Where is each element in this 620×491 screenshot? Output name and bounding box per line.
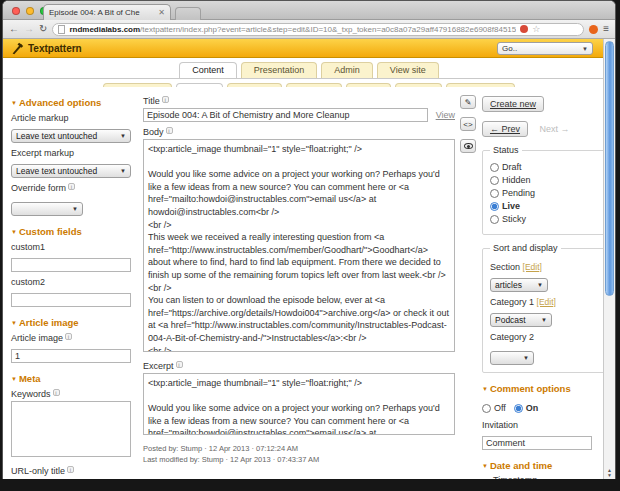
- scrollbar-thumb[interactable]: [605, 41, 614, 296]
- override-form-select[interactable]: ▼: [11, 202, 83, 216]
- tab-admin[interactable]: Admin: [321, 62, 373, 78]
- category2-select[interactable]: ▼: [490, 351, 534, 365]
- body-textarea[interactable]: <txp:article_image thumbnail="1" style="…: [143, 139, 455, 352]
- custom1-input[interactable]: [11, 258, 131, 272]
- posted-by-text: Posted by: Stump · 12 Apr 2013 · 07:12:2…: [143, 443, 455, 454]
- article-meta-info: Posted by: Stump · 12 Apr 2013 · 07:12:2…: [143, 443, 455, 466]
- url-host: rndmedialabs.com: [69, 25, 140, 34]
- browser-menu-icon[interactable]: ≡: [603, 24, 609, 34]
- txp-header: Textpattern Go.. ▼: [3, 39, 615, 58]
- status-option-hidden[interactable]: Hidden: [490, 175, 600, 185]
- twisty-icon: ▼: [11, 100, 17, 106]
- forward-icon[interactable]: →: [24, 24, 34, 34]
- section-label: Section [Edit]: [490, 262, 600, 272]
- radio-pending[interactable]: [490, 189, 499, 198]
- bookmark-star-icon[interactable]: ☆: [532, 25, 540, 34]
- back-icon[interactable]: ←: [9, 24, 19, 34]
- minimize-window-button[interactable]: [26, 7, 34, 15]
- category2-label: Category 2: [490, 332, 600, 342]
- next-button: Next →: [532, 122, 576, 136]
- help-icon[interactable]: i: [176, 361, 183, 368]
- status-option-sticky[interactable]: Sticky: [490, 214, 600, 224]
- right-sidebar: Create new ← Prev Next → Status Draft Hi…: [482, 93, 603, 479]
- status-option-live[interactable]: Live: [490, 201, 600, 211]
- radio-hidden[interactable]: [490, 176, 499, 185]
- new-tab-button[interactable]: [175, 7, 201, 20]
- help-icon[interactable]: i: [162, 96, 169, 103]
- chevron-down-icon: ▼: [120, 133, 126, 139]
- help-icon[interactable]: i: [65, 333, 72, 340]
- comment-options-heading[interactable]: ▼Comment options: [482, 383, 603, 394]
- browser-navbar: ← → ↻ rndmedialabs.com/textpattern/index…: [3, 20, 615, 39]
- excerpt-textarea[interactable]: <txp:article_image thumbnail="1" style="…: [143, 373, 455, 435]
- timestamp-legend: Timestamp: [490, 475, 540, 479]
- view-link[interactable]: View: [436, 110, 455, 120]
- invitation-label: Invitation: [482, 420, 603, 430]
- prev-button[interactable]: ← Prev: [482, 121, 528, 137]
- custom1-label: custom1: [11, 242, 131, 252]
- radio-draft[interactable]: [490, 163, 499, 172]
- txp-brand: Textpattern: [11, 42, 82, 55]
- comments-on-option[interactable]: On: [514, 403, 539, 413]
- help-icon[interactable]: i: [53, 389, 60, 396]
- advanced-options-heading[interactable]: ▼Advanced options: [11, 97, 131, 108]
- pencil-icon[interactable]: ✎: [460, 95, 476, 109]
- reload-icon[interactable]: ↻: [39, 24, 47, 34]
- custom-fields-heading[interactable]: ▼Custom fields: [11, 226, 131, 237]
- radio-comments-on[interactable]: [514, 404, 523, 413]
- help-icon[interactable]: i: [67, 466, 74, 473]
- brand-name: Textpattern: [28, 43, 82, 54]
- status-option-draft[interactable]: Draft: [490, 162, 600, 172]
- twisty-icon: ▼: [482, 386, 488, 392]
- page-icon: [58, 25, 65, 34]
- page-scrollbar[interactable]: ▲▼: [603, 39, 615, 479]
- excerpt-markup-select[interactable]: Leave text untouched▼: [11, 164, 131, 178]
- url-text: rndmedialabs.com/textpattern/index.php?e…: [69, 25, 516, 34]
- browser-tab[interactable]: Episode 004: A Bit of Che ✕: [43, 4, 171, 20]
- invitation-input[interactable]: [482, 436, 592, 450]
- status-option-pending[interactable]: Pending: [490, 188, 600, 198]
- blocker-icon[interactable]: [520, 25, 528, 33]
- tab-close-icon[interactable]: ✕: [158, 9, 165, 17]
- body-label: Bodyi: [143, 127, 455, 137]
- twisty-icon: ▼: [482, 463, 488, 469]
- meta-heading[interactable]: ▼Meta: [11, 373, 131, 384]
- custom2-input[interactable]: [11, 293, 131, 307]
- close-window-button[interactable]: [12, 7, 20, 15]
- category1-select[interactable]: Podcast▼: [490, 313, 552, 327]
- category1-edit-link[interactable]: [Edit]: [537, 297, 556, 307]
- article-image-heading[interactable]: ▼Article image: [11, 317, 131, 328]
- browser-tab-title: Episode 004: A Bit of Che: [49, 8, 154, 17]
- section-edit-link[interactable]: [Edit]: [523, 262, 542, 272]
- twisty-icon: ▼: [11, 229, 17, 235]
- help-icon[interactable]: i: [68, 183, 75, 190]
- radio-comments-off[interactable]: [482, 404, 491, 413]
- date-time-heading[interactable]: ▼Date and time: [482, 460, 603, 471]
- radio-live[interactable]: [490, 202, 499, 211]
- section-select[interactable]: articles▼: [490, 278, 548, 292]
- radio-sticky[interactable]: [490, 215, 499, 224]
- article-markup-select[interactable]: Leave text untouched▼: [11, 129, 131, 143]
- keywords-textarea[interactable]: [11, 401, 131, 457]
- title-label: Titlei: [143, 96, 455, 106]
- address-bar[interactable]: rndmedialabs.com/textpattern/index.php?e…: [52, 23, 584, 36]
- extension-icon[interactable]: [589, 25, 598, 34]
- go-dropdown[interactable]: Go.. ▼: [497, 42, 593, 55]
- write-page: ▼Advanced options Article markup Leave t…: [3, 87, 603, 479]
- create-new-button[interactable]: Create new: [482, 96, 544, 112]
- tab-content[interactable]: Content: [179, 62, 237, 78]
- comments-off-option[interactable]: Off: [482, 403, 506, 413]
- tab-view-site[interactable]: View site: [377, 62, 439, 78]
- comments-toggle: Off On: [482, 398, 603, 415]
- scrollbar-arrows[interactable]: ▲▼: [604, 468, 615, 478]
- url-path: /textpattern/index.php?event=article&ste…: [140, 25, 516, 34]
- code-icon[interactable]: <>: [460, 117, 476, 131]
- help-icon[interactable]: i: [166, 127, 173, 134]
- eye-icon[interactable]: [460, 139, 476, 153]
- chevron-down-icon: ▼: [537, 282, 543, 288]
- article-image-input[interactable]: [11, 349, 131, 363]
- excerpt-markup-label: Excerpt markup: [11, 148, 131, 158]
- twisty-icon: ▼: [11, 376, 17, 382]
- title-input[interactable]: [143, 108, 428, 122]
- tab-presentation[interactable]: Presentation: [241, 62, 318, 78]
